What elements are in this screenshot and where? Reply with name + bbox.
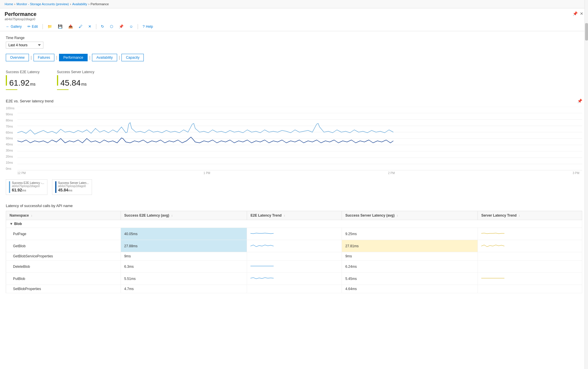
emoji-icon: ☺ <box>129 24 133 29</box>
chart-server-line <box>17 137 393 143</box>
settings-button[interactable]: ⬡ <box>109 24 114 29</box>
refresh-icon: ↻ <box>101 24 104 29</box>
tab-separator-1: | <box>31 55 32 60</box>
pin-nav-icon: 📌 <box>119 24 124 29</box>
cell-server-trend-setblob <box>478 285 582 293</box>
metric-e2e-underline <box>6 89 17 90</box>
metrics-row: Success E2E Latency 61.92 ms Success Ser… <box>6 67 582 90</box>
metric-e2e-bar <box>6 75 7 86</box>
sort-server-trend-icon[interactable]: ↕ <box>519 214 520 217</box>
legend-e2e-sub: a64sI75pIosp2dIago0 <box>12 184 44 188</box>
table-row: PutBlob 5.51ms 5.45ms <box>6 273 582 285</box>
legend-e2e-val: 61.92ms <box>12 188 44 192</box>
save-button[interactable]: 💾 <box>57 24 64 29</box>
emoji-button[interactable]: ☺ <box>128 24 134 29</box>
tab-failures[interactable]: Failures <box>34 54 55 61</box>
refresh-button[interactable]: ↻ <box>100 24 105 29</box>
legend-server-val: 45.84ms <box>58 188 89 192</box>
title-group: Performance a64sI75pIosp2dIago0 <box>5 11 36 21</box>
help-icon: ? <box>143 24 145 29</box>
cell-e2e-trend-deleteblob <box>247 261 342 273</box>
page-subtitle: a64sI75pIosp2dIago0 <box>5 17 36 21</box>
pin-icon[interactable]: 📌 <box>573 11 578 16</box>
toolbar-divider-2 <box>96 24 96 29</box>
sort-server-icon[interactable]: ↕ <box>397 214 398 217</box>
edit-icon: ✏ <box>27 24 31 29</box>
data-table: Namespace ↕ Success E2E Latency (avg) ↕ … <box>6 211 582 293</box>
y-label-30: 30ms <box>6 149 17 152</box>
scrollbar-thumb[interactable] <box>585 23 588 40</box>
mini-chart-e2e-deleteblob <box>250 263 274 270</box>
tab-separator-4: | <box>119 55 120 60</box>
legend-e2e-color <box>9 181 10 193</box>
time-range-section: Time Range Last 4 hours Last 1 hour Last… <box>6 36 582 49</box>
close-icon[interactable]: ✕ <box>580 11 583 16</box>
tab-performance[interactable]: Performance <box>59 54 88 61</box>
share-button[interactable]: 📤 <box>67 24 74 29</box>
table-row: GetBlob 27.88ms 27.81ms <box>6 240 582 252</box>
scrollbar[interactable] <box>585 0 588 369</box>
mini-chart-e2e-putblob <box>250 275 274 282</box>
tab-overview[interactable]: Overview <box>6 54 29 61</box>
discard-button[interactable]: ✕ <box>87 24 93 29</box>
breadcrumb-monitor[interactable]: Monitor - Storage Accounts (preview) <box>16 2 69 6</box>
group-expand-icon[interactable]: ▼ <box>10 222 13 226</box>
tab-separator-3: | <box>89 55 91 60</box>
gallery-icon: ← <box>6 24 10 29</box>
mini-chart-server-putblob <box>481 275 504 282</box>
breadcrumb: Home › Monitor - Storage Accounts (previ… <box>0 0 588 8</box>
chart-gridlines-svg <box>17 107 582 170</box>
cell-e2e-trend-setblob <box>247 285 342 293</box>
time-range-select[interactable]: Last 4 hours Last 1 hour Last 24 hours L… <box>6 42 43 49</box>
toolbar-divider-3 <box>138 24 138 29</box>
x-label-2pm: 2 PM <box>388 171 395 175</box>
legend-server-sub: a64sI75pIosp2dIago0 <box>58 184 89 188</box>
sort-e2e-icon[interactable]: ↕ <box>171 214 173 217</box>
tab-availability[interactable]: Availability <box>92 54 117 61</box>
share-icon: 📤 <box>68 24 73 29</box>
folder-button[interactable]: 📁 <box>46 24 53 29</box>
table-section: Latency of successful calls by API name … <box>6 204 582 293</box>
chart-title-row: E2E vs. Server latency trend 📌 <box>6 99 582 103</box>
sort-e2e-trend-icon[interactable]: ↕ <box>284 214 285 217</box>
page-wrapper: Home › Monitor - Storage Accounts (previ… <box>0 0 588 369</box>
y-label-10: 10ms <box>6 161 17 164</box>
col-namespace: Namespace ↕ <box>6 211 121 220</box>
cell-namespace-getblob: GetBlob <box>6 240 121 252</box>
cell-e2e-putpage: 40.05ms <box>121 228 247 240</box>
cell-server-deleteblob: 6.24ms <box>342 261 478 273</box>
breadcrumb-home[interactable]: Home <box>5 2 13 6</box>
toolbar: ← Gallery ✏ Edit 📁 💾 📤 🖊 ✕ <box>0 22 588 31</box>
pin-button[interactable]: 📌 <box>118 24 125 29</box>
main-panel: Home › Monitor - Storage Accounts (previ… <box>0 0 588 369</box>
chart-svg-container <box>17 107 582 170</box>
breadcrumb-availability[interactable]: Availability <box>72 2 87 6</box>
edit-button[interactable]: ✏ Edit <box>26 24 39 29</box>
sort-namespace-icon[interactable]: ↕ <box>31 214 32 217</box>
pen-icon: 🖊 <box>79 24 82 29</box>
y-label-70: 70ms <box>6 125 17 128</box>
cell-server-trend-deleteblob <box>478 261 582 273</box>
metric-e2e-unit: ms <box>30 82 36 86</box>
time-range-label: Time Range <box>6 36 582 40</box>
y-label-90: 90ms <box>6 113 17 116</box>
cell-e2e-getblobservice: 9ms <box>121 252 247 261</box>
gallery-button[interactable]: ← Gallery <box>5 24 23 29</box>
tab-capacity[interactable]: Capacity <box>121 54 144 61</box>
pen-button[interactable]: 🖊 <box>78 24 84 29</box>
y-label-20: 20ms <box>6 155 17 158</box>
breadcrumb-current: Performance <box>91 2 109 6</box>
table-header-row: Namespace ↕ Success E2E Latency (avg) ↕ … <box>6 211 582 220</box>
chart-pin-icon[interactable]: 📌 <box>577 99 582 103</box>
metric-server-label: Success Server Latency <box>57 70 94 74</box>
cell-e2e-trend-getblobservice <box>247 252 342 261</box>
help-button[interactable]: ? Help <box>141 24 154 29</box>
cell-namespace-deleteblob: DeleteBlob <box>6 261 121 273</box>
cell-e2e-setblob: 4.7ms <box>121 285 247 293</box>
metric-server-latency: Success Server Latency 45.84 ms <box>57 70 94 90</box>
col-e2e-latency: Success E2E Latency (avg) ↕ <box>121 211 247 220</box>
chart-e2e-line <box>17 123 393 134</box>
y-label-40: 40ms <box>6 143 17 146</box>
table-row: SetBlobProperties 4.7ms 4.64ms <box>6 285 582 293</box>
cell-namespace-getblobservice: GetBlobServiceProperties <box>6 252 121 261</box>
